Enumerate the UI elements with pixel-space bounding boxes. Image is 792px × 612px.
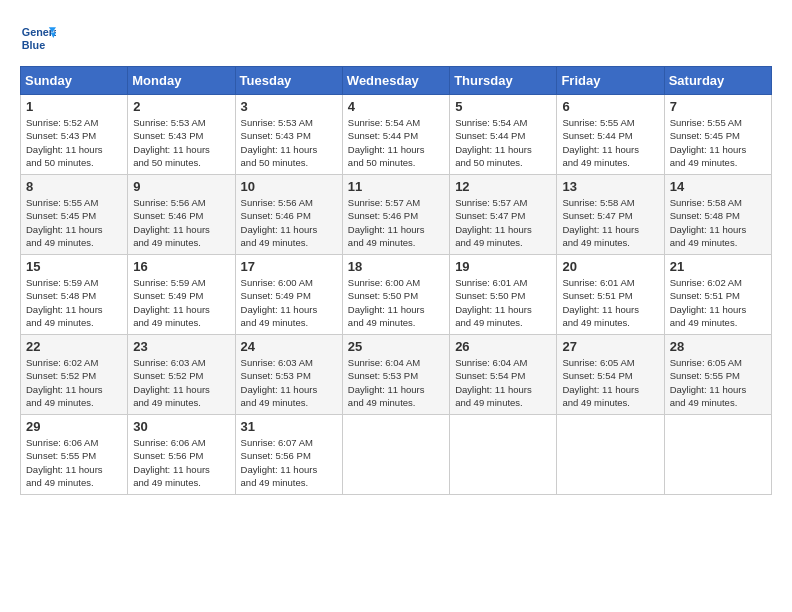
- day-number: 12: [455, 179, 551, 194]
- day-info: Sunrise: 6:05 AMSunset: 5:55 PMDaylight:…: [670, 357, 747, 408]
- calendar-cell: 11 Sunrise: 5:57 AMSunset: 5:46 PMDaylig…: [342, 175, 449, 255]
- day-number: 10: [241, 179, 337, 194]
- day-number: 26: [455, 339, 551, 354]
- week-row-5: 29 Sunrise: 6:06 AMSunset: 5:55 PMDaylig…: [21, 415, 772, 495]
- day-number: 25: [348, 339, 444, 354]
- logo: General Blue: [20, 20, 56, 56]
- logo-icon: General Blue: [20, 20, 56, 56]
- day-info: Sunrise: 5:52 AMSunset: 5:43 PMDaylight:…: [26, 117, 103, 168]
- day-number: 24: [241, 339, 337, 354]
- calendar-cell: 6 Sunrise: 5:55 AMSunset: 5:44 PMDayligh…: [557, 95, 664, 175]
- header-day-saturday: Saturday: [664, 67, 771, 95]
- day-info: Sunrise: 6:04 AMSunset: 5:53 PMDaylight:…: [348, 357, 425, 408]
- day-info: Sunrise: 5:58 AMSunset: 5:48 PMDaylight:…: [670, 197, 747, 248]
- day-info: Sunrise: 6:01 AMSunset: 5:50 PMDaylight:…: [455, 277, 532, 328]
- day-info: Sunrise: 5:55 AMSunset: 5:45 PMDaylight:…: [26, 197, 103, 248]
- day-info: Sunrise: 6:00 AMSunset: 5:50 PMDaylight:…: [348, 277, 425, 328]
- day-info: Sunrise: 6:03 AMSunset: 5:52 PMDaylight:…: [133, 357, 210, 408]
- calendar-cell: [557, 415, 664, 495]
- day-number: 29: [26, 419, 122, 434]
- day-info: Sunrise: 5:59 AMSunset: 5:49 PMDaylight:…: [133, 277, 210, 328]
- day-number: 5: [455, 99, 551, 114]
- day-info: Sunrise: 6:06 AMSunset: 5:55 PMDaylight:…: [26, 437, 103, 488]
- header-day-tuesday: Tuesday: [235, 67, 342, 95]
- day-number: 19: [455, 259, 551, 274]
- day-number: 14: [670, 179, 766, 194]
- header-row: SundayMondayTuesdayWednesdayThursdayFrid…: [21, 67, 772, 95]
- day-info: Sunrise: 5:55 AMSunset: 5:44 PMDaylight:…: [562, 117, 639, 168]
- calendar-cell: [450, 415, 557, 495]
- day-info: Sunrise: 6:04 AMSunset: 5:54 PMDaylight:…: [455, 357, 532, 408]
- calendar-cell: 27 Sunrise: 6:05 AMSunset: 5:54 PMDaylig…: [557, 335, 664, 415]
- calendar-cell: 29 Sunrise: 6:06 AMSunset: 5:55 PMDaylig…: [21, 415, 128, 495]
- calendar-cell: 4 Sunrise: 5:54 AMSunset: 5:44 PMDayligh…: [342, 95, 449, 175]
- day-number: 18: [348, 259, 444, 274]
- day-info: Sunrise: 5:58 AMSunset: 5:47 PMDaylight:…: [562, 197, 639, 248]
- day-number: 9: [133, 179, 229, 194]
- calendar-cell: 23 Sunrise: 6:03 AMSunset: 5:52 PMDaylig…: [128, 335, 235, 415]
- calendar-cell: 9 Sunrise: 5:56 AMSunset: 5:46 PMDayligh…: [128, 175, 235, 255]
- calendar-cell: 12 Sunrise: 5:57 AMSunset: 5:47 PMDaylig…: [450, 175, 557, 255]
- calendar-cell: 31 Sunrise: 6:07 AMSunset: 5:56 PMDaylig…: [235, 415, 342, 495]
- day-info: Sunrise: 6:06 AMSunset: 5:56 PMDaylight:…: [133, 437, 210, 488]
- day-number: 3: [241, 99, 337, 114]
- day-info: Sunrise: 5:54 AMSunset: 5:44 PMDaylight:…: [348, 117, 425, 168]
- day-info: Sunrise: 5:57 AMSunset: 5:46 PMDaylight:…: [348, 197, 425, 248]
- calendar-cell: [664, 415, 771, 495]
- calendar-cell: 2 Sunrise: 5:53 AMSunset: 5:43 PMDayligh…: [128, 95, 235, 175]
- calendar-cell: 3 Sunrise: 5:53 AMSunset: 5:43 PMDayligh…: [235, 95, 342, 175]
- calendar-cell: 7 Sunrise: 5:55 AMSunset: 5:45 PMDayligh…: [664, 95, 771, 175]
- day-info: Sunrise: 6:02 AMSunset: 5:52 PMDaylight:…: [26, 357, 103, 408]
- calendar-cell: 17 Sunrise: 6:00 AMSunset: 5:49 PMDaylig…: [235, 255, 342, 335]
- calendar-cell: 24 Sunrise: 6:03 AMSunset: 5:53 PMDaylig…: [235, 335, 342, 415]
- day-number: 11: [348, 179, 444, 194]
- week-row-2: 8 Sunrise: 5:55 AMSunset: 5:45 PMDayligh…: [21, 175, 772, 255]
- calendar-cell: 28 Sunrise: 6:05 AMSunset: 5:55 PMDaylig…: [664, 335, 771, 415]
- day-number: 17: [241, 259, 337, 274]
- day-number: 1: [26, 99, 122, 114]
- calendar-cell: 10 Sunrise: 5:56 AMSunset: 5:46 PMDaylig…: [235, 175, 342, 255]
- header: General Blue: [20, 20, 772, 56]
- day-info: Sunrise: 5:56 AMSunset: 5:46 PMDaylight:…: [241, 197, 318, 248]
- day-number: 15: [26, 259, 122, 274]
- header-day-sunday: Sunday: [21, 67, 128, 95]
- calendar-cell: 16 Sunrise: 5:59 AMSunset: 5:49 PMDaylig…: [128, 255, 235, 335]
- day-number: 28: [670, 339, 766, 354]
- day-number: 2: [133, 99, 229, 114]
- header-day-monday: Monday: [128, 67, 235, 95]
- calendar-cell: 5 Sunrise: 5:54 AMSunset: 5:44 PMDayligh…: [450, 95, 557, 175]
- calendar-cell: 22 Sunrise: 6:02 AMSunset: 5:52 PMDaylig…: [21, 335, 128, 415]
- day-info: Sunrise: 6:02 AMSunset: 5:51 PMDaylight:…: [670, 277, 747, 328]
- calendar-cell: 20 Sunrise: 6:01 AMSunset: 5:51 PMDaylig…: [557, 255, 664, 335]
- day-number: 4: [348, 99, 444, 114]
- calendar-cell: 13 Sunrise: 5:58 AMSunset: 5:47 PMDaylig…: [557, 175, 664, 255]
- day-number: 20: [562, 259, 658, 274]
- header-day-thursday: Thursday: [450, 67, 557, 95]
- day-info: Sunrise: 5:56 AMSunset: 5:46 PMDaylight:…: [133, 197, 210, 248]
- week-row-3: 15 Sunrise: 5:59 AMSunset: 5:48 PMDaylig…: [21, 255, 772, 335]
- day-info: Sunrise: 5:59 AMSunset: 5:48 PMDaylight:…: [26, 277, 103, 328]
- day-number: 16: [133, 259, 229, 274]
- calendar-cell: 25 Sunrise: 6:04 AMSunset: 5:53 PMDaylig…: [342, 335, 449, 415]
- day-info: Sunrise: 5:57 AMSunset: 5:47 PMDaylight:…: [455, 197, 532, 248]
- day-info: Sunrise: 6:07 AMSunset: 5:56 PMDaylight:…: [241, 437, 318, 488]
- day-number: 30: [133, 419, 229, 434]
- day-number: 8: [26, 179, 122, 194]
- day-info: Sunrise: 5:53 AMSunset: 5:43 PMDaylight:…: [133, 117, 210, 168]
- day-info: Sunrise: 5:53 AMSunset: 5:43 PMDaylight:…: [241, 117, 318, 168]
- week-row-4: 22 Sunrise: 6:02 AMSunset: 5:52 PMDaylig…: [21, 335, 772, 415]
- day-info: Sunrise: 6:00 AMSunset: 5:49 PMDaylight:…: [241, 277, 318, 328]
- day-number: 7: [670, 99, 766, 114]
- day-number: 31: [241, 419, 337, 434]
- header-day-friday: Friday: [557, 67, 664, 95]
- calendar-table: SundayMondayTuesdayWednesdayThursdayFrid…: [20, 66, 772, 495]
- day-info: Sunrise: 6:03 AMSunset: 5:53 PMDaylight:…: [241, 357, 318, 408]
- calendar-cell: [342, 415, 449, 495]
- calendar-cell: 19 Sunrise: 6:01 AMSunset: 5:50 PMDaylig…: [450, 255, 557, 335]
- calendar-cell: 18 Sunrise: 6:00 AMSunset: 5:50 PMDaylig…: [342, 255, 449, 335]
- calendar-cell: 1 Sunrise: 5:52 AMSunset: 5:43 PMDayligh…: [21, 95, 128, 175]
- calendar-cell: 30 Sunrise: 6:06 AMSunset: 5:56 PMDaylig…: [128, 415, 235, 495]
- day-number: 23: [133, 339, 229, 354]
- day-info: Sunrise: 5:54 AMSunset: 5:44 PMDaylight:…: [455, 117, 532, 168]
- day-info: Sunrise: 5:55 AMSunset: 5:45 PMDaylight:…: [670, 117, 747, 168]
